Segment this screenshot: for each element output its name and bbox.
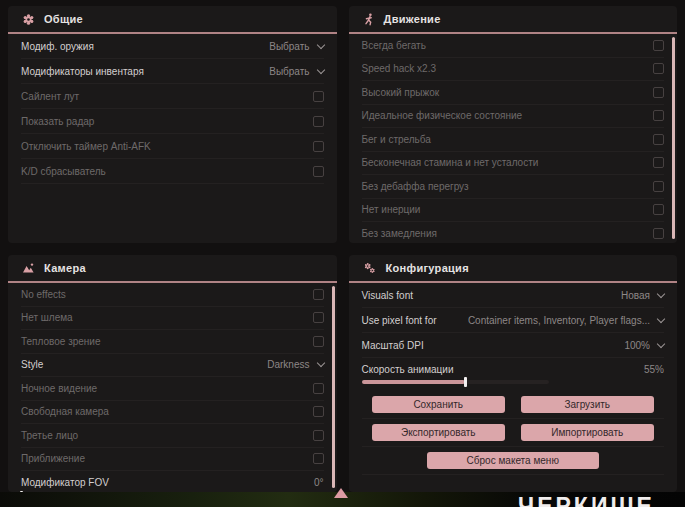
- speed-hack-row[interactable]: Speed hack x2.3: [362, 58, 665, 82]
- checkbox[interactable]: [653, 40, 664, 51]
- show-radar-row[interactable]: Показать радар: [21, 109, 324, 134]
- zoom-row[interactable]: Приближение: [21, 448, 324, 472]
- checkbox[interactable]: [313, 116, 324, 127]
- runner-icon: [363, 13, 375, 26]
- dpi-scale-row[interactable]: Масштаб DPI100%: [362, 333, 665, 358]
- row-label: Тепловое зрение: [21, 336, 101, 347]
- slider-handle[interactable]: [464, 377, 467, 387]
- infinite-stamina-row[interactable]: Бесконечная стамина и нет усталости: [362, 152, 665, 176]
- checkbox[interactable]: [313, 312, 324, 323]
- visuals-font-row[interactable]: Visuals fontНовая: [362, 283, 665, 308]
- dropdown[interactable]: 100%: [624, 340, 664, 351]
- row-label: Без замедления: [362, 228, 437, 239]
- checkbox[interactable]: [313, 383, 324, 394]
- dropdown[interactable]: Выбрать: [269, 66, 323, 77]
- checkbox[interactable]: [653, 134, 664, 145]
- panel-title: Конфигурация: [386, 262, 469, 274]
- weapon-mod-row[interactable]: Модиф. оружияВыбрать: [21, 34, 324, 59]
- dropdown[interactable]: Выбрать: [269, 41, 323, 52]
- dropdown[interactable]: Darkness: [267, 359, 323, 370]
- row-label: Style: [21, 359, 43, 370]
- checkbox[interactable]: [313, 289, 324, 300]
- panel-header: Движение: [349, 6, 678, 34]
- slider-fill: [362, 380, 465, 384]
- dropdown-value: Новая: [621, 290, 650, 301]
- thermal-vision-row[interactable]: Тепловое зрение: [21, 330, 324, 354]
- panel-rows: Всегда бегатьSpeed hack x2.3Высокий прыж…: [349, 34, 678, 243]
- gears-icon: [363, 262, 377, 275]
- row-label: Ночное видение: [21, 383, 97, 394]
- slider-labels: Скорость анимации55%: [362, 361, 665, 377]
- checkbox[interactable]: [313, 406, 324, 417]
- chevron-down-icon: [657, 339, 665, 347]
- row-label: Показать радар: [21, 116, 94, 127]
- chevron-down-icon: [657, 314, 665, 322]
- watermark-text: ЧЕРКИШЕ: [518, 493, 655, 507]
- high-jump-row[interactable]: Высокий прыжок: [362, 81, 665, 105]
- silent-loot-row[interactable]: Сайлент лут: [21, 84, 324, 109]
- slider-value: 55%: [644, 364, 664, 375]
- third-person-row[interactable]: Третье лицо: [21, 424, 324, 448]
- dropdown-value: 100%: [624, 340, 650, 351]
- chevron-down-icon: [316, 40, 324, 48]
- row-label: Третье лицо: [21, 430, 78, 441]
- checkbox[interactable]: [653, 157, 664, 168]
- panel-rows: Visuals fontНоваяUse pixel font forConta…: [349, 283, 678, 492]
- dropdown-value: Выбрать: [269, 41, 309, 52]
- row-label: Speed hack x2.3: [362, 63, 437, 74]
- checkbox[interactable]: [653, 63, 664, 74]
- fov-modifier-row[interactable]: Модификатор FOV0°: [21, 471, 324, 492]
- checkbox[interactable]: [653, 228, 664, 239]
- dropdown[interactable]: Новая: [621, 290, 664, 301]
- slider-labels: Модификатор FOV0°: [21, 474, 324, 490]
- panel-title: Общие: [44, 13, 83, 25]
- dropdown[interactable]: Container items, Inventory, Player flags…: [468, 315, 664, 326]
- row-label: Нет шлема: [21, 312, 73, 323]
- no-slowdown-row[interactable]: Без замедления: [362, 222, 665, 243]
- no-overload-debuff-row[interactable]: Без дебаффа перегруз: [362, 175, 665, 199]
- always-run-row[interactable]: Всегда бегать: [362, 34, 665, 58]
- checkbox[interactable]: [653, 181, 664, 192]
- reset-menu-layout-button[interactable]: Сброс макета меню: [427, 452, 599, 469]
- slider[interactable]: [362, 380, 550, 384]
- night-vision-row[interactable]: Ночное видение: [21, 377, 324, 401]
- kd-resetter-row[interactable]: K/D сбрасыватель: [21, 159, 324, 184]
- import-button[interactable]: Импортировать: [521, 424, 654, 441]
- checkbox[interactable]: [313, 166, 324, 177]
- checkbox[interactable]: [653, 87, 664, 98]
- row-label: Нет инерции: [362, 204, 421, 215]
- scrollbar[interactable]: [672, 37, 675, 239]
- cursor-pointer: [334, 488, 348, 498]
- row-label: Приближение: [21, 453, 85, 464]
- load-button[interactable]: Загрузить: [521, 396, 654, 413]
- pixel-font-row[interactable]: Use pixel font forContainer items, Inven…: [362, 308, 665, 333]
- row-label: Модификаторы инвентаря: [21, 66, 144, 77]
- checkbox[interactable]: [313, 91, 324, 102]
- checkbox[interactable]: [313, 141, 324, 152]
- panel-movement: ДвижениеВсегда бегатьSpeed hack x2.3Высо…: [349, 6, 678, 243]
- inventory-mods-row[interactable]: Модификаторы инвентаряВыбрать: [21, 59, 324, 84]
- checkbox[interactable]: [653, 204, 664, 215]
- panel-title: Движение: [384, 13, 441, 25]
- no-helmet-row[interactable]: Нет шлема: [21, 307, 324, 331]
- checkbox[interactable]: [653, 110, 664, 121]
- row-label: Visuals font: [362, 290, 414, 301]
- scrollbar[interactable]: [332, 286, 335, 488]
- checkbox[interactable]: [313, 430, 324, 441]
- export-import-row: ЭкспортироватьИмпортировать: [362, 419, 665, 447]
- animation-speed-row[interactable]: Скорость анимации55%: [362, 358, 665, 391]
- perfect-condition-row[interactable]: Идеальное физическое состояние: [362, 105, 665, 129]
- save-button[interactable]: Сохранить: [372, 396, 505, 413]
- checkbox[interactable]: [313, 336, 324, 347]
- gear-icon: [22, 13, 35, 26]
- export-button[interactable]: Экспортировать: [372, 424, 505, 441]
- checkbox[interactable]: [313, 453, 324, 464]
- row-label: Модификатор FOV: [21, 477, 109, 488]
- no-effects-row[interactable]: No effects: [21, 283, 324, 307]
- free-camera-row[interactable]: Свободная камера: [21, 401, 324, 425]
- style-row[interactable]: StyleDarkness: [21, 354, 324, 378]
- anti-afk-timer-row[interactable]: Отключить таймер Anti-AFK: [21, 134, 324, 159]
- no-inertia-row[interactable]: Нет инерции: [362, 199, 665, 223]
- row-label: Бесконечная стамина и нет усталости: [362, 157, 539, 168]
- run-and-shoot-row[interactable]: Бег и стрельба: [362, 128, 665, 152]
